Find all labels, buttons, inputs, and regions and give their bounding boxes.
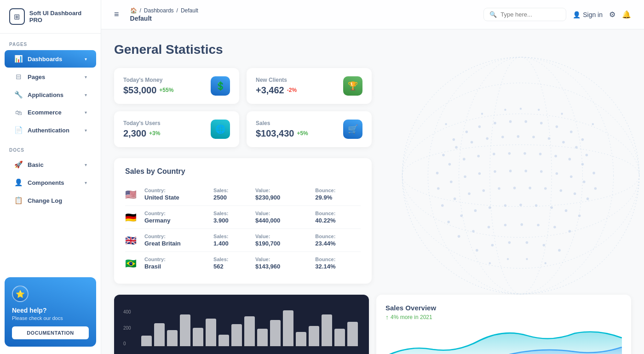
svg-point-76 xyxy=(504,224,507,227)
bar xyxy=(334,329,345,346)
stat-change-clients: -2% xyxy=(287,87,297,93)
svg-point-0 xyxy=(402,57,639,294)
svg-point-41 xyxy=(450,181,453,183)
svg-point-38 xyxy=(581,163,584,166)
bar xyxy=(283,310,293,346)
svg-point-20 xyxy=(486,137,489,140)
svg-point-37 xyxy=(569,158,571,160)
sidebar-item-label: Pages xyxy=(28,74,45,80)
svg-point-45 xyxy=(509,170,512,172)
svg-point-55 xyxy=(483,189,485,192)
svg-point-85 xyxy=(543,244,546,246)
search-box[interactable]: 🔍 xyxy=(483,8,566,21)
sidebar-item-label: Applications xyxy=(28,91,63,98)
svg-point-8 xyxy=(466,131,468,133)
topbar: ≡ 🏠 / Dashboards / Default Default 🔍 👤 xyxy=(101,0,644,29)
bar xyxy=(154,323,165,346)
stat-icon-sales: 🛒 xyxy=(343,120,362,139)
svg-point-60 xyxy=(560,189,563,192)
sign-in-button[interactable]: 👤 Sign in xyxy=(573,11,603,18)
search-icon: 🔍 xyxy=(489,11,497,18)
svg-point-12 xyxy=(524,120,527,123)
svg-point-68 xyxy=(519,204,522,206)
breadcrumb: 🏠 / Dashboards / Default Default xyxy=(130,7,198,22)
sidebar-item-label: Basic xyxy=(28,161,44,168)
sidebar-item-ecommerce[interactable]: 🛍 Ecommerce ▾ xyxy=(5,104,96,121)
search-input[interactable] xyxy=(500,11,556,18)
svg-point-69 xyxy=(535,204,538,207)
country-row-de: 🇩🇪 Country: Germany Sales: 3.900 Value: … xyxy=(125,206,361,229)
svg-point-19 xyxy=(471,141,473,143)
changelog-icon: 📋 xyxy=(14,196,23,205)
svg-point-2 xyxy=(402,114,639,238)
svg-point-83 xyxy=(508,241,511,244)
stat-card-sales: Sales $103,430 +5% 🛒 xyxy=(247,111,372,147)
country-row-us: 🇺🇸 Country: United State Sales: 2500 Val… xyxy=(125,183,361,206)
svg-point-51 xyxy=(594,187,597,190)
svg-point-58 xyxy=(529,187,531,189)
svg-point-92 xyxy=(592,123,594,125)
chevron-down-icon: ▾ xyxy=(85,128,87,133)
stat-change-users: +3% xyxy=(149,130,160,137)
svg-point-56 xyxy=(498,187,500,190)
settings-icon[interactable]: ⚙ xyxy=(609,10,615,19)
sidebar-item-basic[interactable]: 🚀 Basic ▾ xyxy=(5,156,96,173)
home-icon: 🏠 xyxy=(130,7,137,14)
sidebar-item-components[interactable]: 👤 Components ▾ xyxy=(5,174,96,191)
help-title: Need help? xyxy=(12,307,89,314)
svg-point-14 xyxy=(556,126,558,128)
stat-change-sales: +5% xyxy=(297,130,308,137)
svg-point-5 xyxy=(459,57,583,294)
svg-point-40 xyxy=(437,187,440,190)
sidebar-item-applications[interactable]: 🔧 Applications ▾ xyxy=(5,86,96,103)
main-content: ≡ 🏠 / Dashboards / Default Default 🔍 👤 xyxy=(101,0,644,354)
svg-point-17 xyxy=(442,154,445,156)
svg-point-32 xyxy=(493,153,495,155)
chevron-down-icon: ▾ xyxy=(85,57,87,62)
hamburger-menu[interactable]: ≡ xyxy=(114,10,119,19)
documentation-button[interactable]: DOCUMENTATION xyxy=(12,326,89,339)
notification-bell-icon[interactable]: 🔔 xyxy=(622,10,631,19)
svg-point-33 xyxy=(508,152,511,155)
svg-point-75 xyxy=(488,226,490,228)
svg-point-46 xyxy=(524,170,527,172)
svg-point-90 xyxy=(545,262,546,264)
sales-overview-card: Sales Overview ↑ 4% more in 2021 xyxy=(376,295,631,354)
svg-point-13 xyxy=(540,122,543,125)
applications-icon: 🔧 xyxy=(14,91,23,99)
section-label-pages: PAGES xyxy=(0,34,101,50)
svg-point-30 xyxy=(463,158,466,160)
svg-point-21 xyxy=(501,136,504,138)
svg-point-65 xyxy=(474,209,477,212)
svg-point-80 xyxy=(569,230,571,233)
breadcrumb-title: Default xyxy=(130,15,198,22)
sidebar-item-label: Components xyxy=(28,179,64,186)
sidebar-item-authentication[interactable]: 📄 Authentication ▾ xyxy=(5,121,96,139)
sidebar-item-pages[interactable]: ⊟ Pages ▾ xyxy=(5,68,96,86)
sidebar-item-changelog[interactable]: 📋 Change Log xyxy=(5,192,96,209)
svg-point-94 xyxy=(561,113,563,114)
help-star-icon: ⭐ xyxy=(12,285,29,302)
svg-point-66 xyxy=(489,206,491,209)
svg-point-93 xyxy=(481,113,483,114)
svg-point-82 xyxy=(491,244,494,246)
breadcrumb-current: Default xyxy=(181,7,198,14)
svg-point-18 xyxy=(455,146,458,149)
country-row-gb: 🇬🇧 Country: Great Britain Sales: 1.400 V… xyxy=(125,229,361,252)
svg-point-35 xyxy=(539,153,542,155)
svg-point-52 xyxy=(441,204,444,207)
sidebar-item-dashboards[interactable]: 📊 Dashboards ▾ xyxy=(5,50,96,68)
svg-point-42 xyxy=(464,175,466,178)
breadcrumb-separator: / xyxy=(140,7,141,14)
stat-icon-money: 💲 xyxy=(211,76,230,96)
svg-point-6 xyxy=(428,57,613,294)
ecommerce-icon: 🛍 xyxy=(14,108,23,116)
stat-card-users: Today's Users 2,300 +3% 🌐 xyxy=(114,111,239,147)
svg-point-26 xyxy=(575,146,578,149)
topbar-actions: 👤 Sign in ⚙ 🔔 xyxy=(573,10,631,19)
bar xyxy=(231,324,242,346)
bar xyxy=(206,319,216,346)
bar xyxy=(193,328,203,346)
svg-point-27 xyxy=(586,154,588,156)
bar xyxy=(309,326,319,346)
